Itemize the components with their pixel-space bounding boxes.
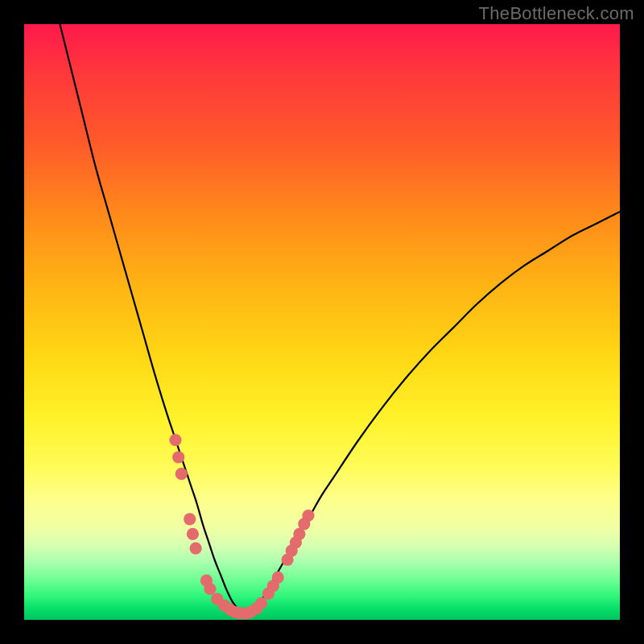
chart-overlay — [24, 24, 620, 620]
highlight-dot — [187, 528, 199, 540]
highlight-dot — [169, 434, 181, 446]
highlight-dot — [172, 451, 184, 463]
highlight-dot — [175, 468, 188, 480]
chart-stage: TheBottleneck.com — [0, 0, 644, 644]
highlight-dots — [169, 434, 314, 620]
highlight-dot — [184, 513, 196, 525]
highlight-dot — [190, 543, 202, 555]
highlight-dot — [272, 572, 284, 584]
highlight-dot — [302, 510, 314, 522]
watermark-label: TheBottleneck.com — [479, 3, 634, 24]
highlight-dot — [204, 583, 216, 595]
bottleneck-curve — [60, 24, 620, 613]
plot-area — [24, 24, 620, 620]
